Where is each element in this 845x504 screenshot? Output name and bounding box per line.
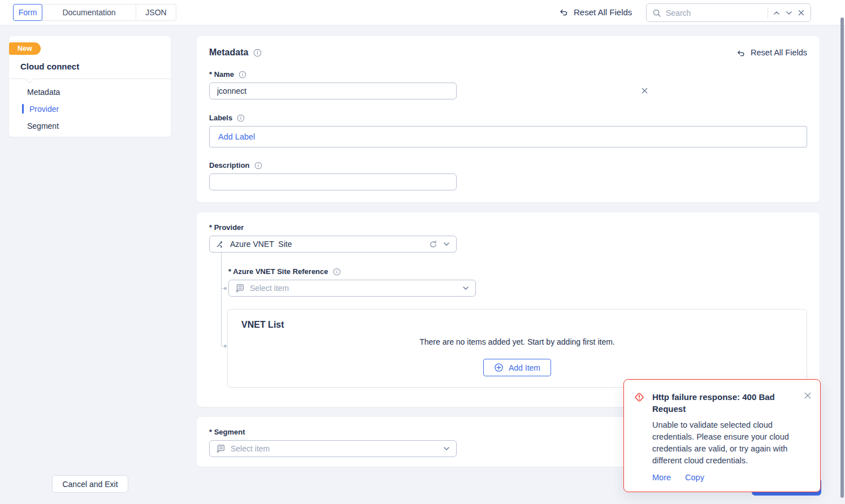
vnet-list-title: VNET List [241, 320, 284, 330]
search-box [646, 3, 811, 22]
metadata-card: Metadata Reset All Fields * Name [197, 36, 820, 202]
info-icon[interactable] [254, 162, 262, 170]
search-next-chevron-down-icon[interactable] [785, 9, 793, 17]
list-add-icon [215, 444, 226, 454]
name-clear-x-icon[interactable] [641, 87, 648, 94]
add-label-link[interactable]: Add Label [218, 132, 255, 141]
sidebar-item-metadata[interactable]: Metadata [9, 84, 171, 101]
cloud-connect-form-screen: Form Documentation JSON Reset All Fields [0, 0, 845, 504]
vnet-reference-select[interactable]: Select item [228, 280, 476, 297]
chevron-down-icon[interactable] [462, 284, 470, 292]
vnet-reference-field-label: * Azure VNET Site Reference [228, 267, 341, 276]
tab-form[interactable]: Form [13, 4, 42, 21]
view-tabgroup: Form Documentation JSON [13, 4, 176, 21]
add-item-label: Add Item [509, 363, 540, 372]
cancel-and-exit-button[interactable]: Cancel and Exit [52, 475, 128, 493]
sidebar-nav: Metadata Provider Segment [9, 84, 171, 134]
name-label-text: * Name [209, 70, 234, 79]
segment-select[interactable]: Select item [209, 440, 457, 457]
topbar: Form Documentation JSON Reset All Fields [0, 0, 845, 25]
provider-select[interactable]: Azure VNET Site [209, 236, 457, 253]
chevron-down-icon[interactable] [443, 445, 450, 453]
branch-icon [215, 240, 225, 249]
segment-field-label: * Segment [209, 428, 245, 436]
tab-json[interactable]: JSON [136, 4, 176, 21]
list-add-icon [235, 283, 245, 293]
toast-title: Http failure response: 400 Bad Request [652, 391, 795, 415]
search-divider [768, 7, 768, 19]
provider-field-label: * Provider [209, 223, 244, 232]
search-input[interactable] [666, 8, 763, 18]
toast-more-link[interactable]: More [652, 473, 671, 482]
tree-connector-dot [224, 287, 227, 290]
provider-label-text: * Provider [209, 223, 244, 232]
add-item-button[interactable]: Add Item [483, 359, 551, 376]
tree-connector-line [221, 253, 222, 346]
info-icon[interactable] [333, 268, 341, 276]
card-reset-all-fields-button[interactable]: Reset All Fields [736, 48, 807, 58]
new-status-badge: New [9, 42, 41, 55]
error-toast: Http failure response: 400 Bad Request U… [623, 379, 821, 492]
chevron-down-icon[interactable] [443, 240, 450, 248]
tree-connector-dot [224, 345, 227, 347]
description-field-label: Description [209, 161, 262, 170]
name-field-label: * Name [209, 70, 246, 79]
toast-copy-link[interactable]: Copy [685, 473, 704, 482]
search-close-icon[interactable] [798, 9, 805, 16]
labels-field-label: Labels [209, 114, 245, 122]
reset-undo-icon [558, 7, 569, 17]
reset-all-fields-label: Reset All Fields [574, 7, 632, 17]
info-icon[interactable] [237, 114, 245, 122]
name-input[interactable] [209, 82, 457, 99]
vnet-reference-select-placeholder: Select item [250, 284, 457, 293]
toast-body-text: Unable to validate selected cloud creden… [652, 419, 812, 467]
labels-input-area[interactable]: Add Label [209, 126, 807, 147]
card-reset-label: Reset All Fields [751, 48, 807, 57]
vnet-list-section: VNET List There are no items added yet. … [227, 309, 807, 388]
metadata-card-header: Metadata Reset All Fields [209, 47, 807, 58]
search-prev-chevron-up-icon[interactable] [773, 9, 781, 17]
refresh-icon[interactable] [429, 240, 437, 249]
description-input[interactable] [209, 173, 457, 190]
sidebar-item-provider[interactable]: Provider [9, 101, 171, 118]
provider-select-value: Azure VNET Site [230, 240, 424, 249]
vnet-list-empty-text: There are no items added yet. Start by a… [228, 337, 807, 346]
plus-circle-icon [494, 363, 504, 372]
vnet-reference-label-text: * Azure VNET Site Reference [228, 267, 328, 276]
segment-select-placeholder: Select item [231, 444, 437, 453]
page-title: Cloud connect [20, 62, 79, 71]
toast-close-icon[interactable] [804, 392, 812, 399]
description-label-text: Description [209, 161, 250, 170]
provider-card: * Provider Azure VNET Site [197, 212, 820, 407]
search-icon [652, 8, 661, 18]
toast-links: More Copy [652, 473, 704, 482]
metadata-card-title: Metadata [209, 47, 248, 58]
info-icon[interactable] [239, 71, 246, 79]
reset-undo-icon [736, 48, 746, 58]
error-diamond-icon [634, 392, 645, 403]
tab-documentation[interactable]: Documentation [42, 4, 136, 21]
labels-label-text: Labels [209, 114, 232, 122]
info-icon[interactable] [253, 49, 262, 57]
sidebar: New Cloud connect Metadata Provider Segm… [9, 36, 171, 137]
reset-all-fields-button[interactable]: Reset All Fields [558, 7, 632, 17]
collapse-caret-icon[interactable] [25, 79, 34, 84]
segment-label-text: * Segment [209, 428, 245, 436]
vertical-scrollbar-thumb[interactable] [840, 18, 844, 498]
sidebar-item-segment[interactable]: Segment [9, 118, 171, 134]
